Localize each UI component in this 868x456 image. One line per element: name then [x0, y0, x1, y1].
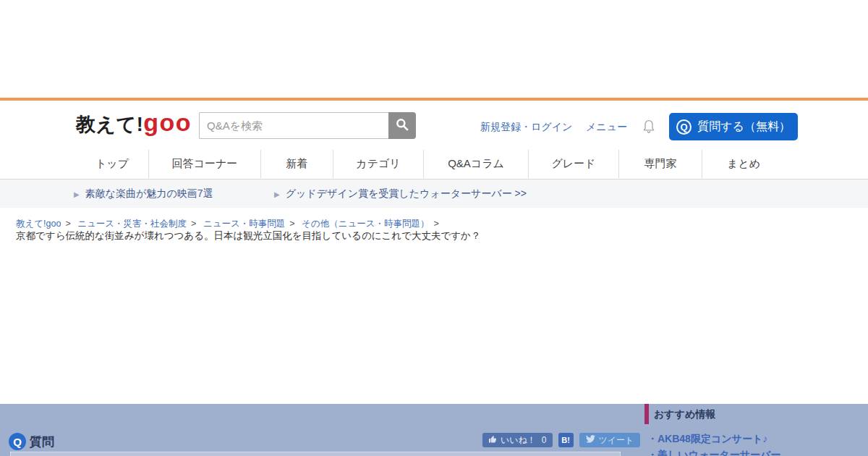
- sidebar-heading: おすすめ情報: [654, 408, 715, 421]
- q-circle-icon: Q: [676, 119, 692, 135]
- recommend-sidebar: おすすめ情報 ・AKB48限定コンサート♪ ・美しいウォーターサーバー: [644, 404, 861, 456]
- sidebar-link-water-server[interactable]: ・美しいウォーターサーバー: [647, 449, 780, 456]
- hatena-bookmark-button[interactable]: B!: [558, 433, 574, 447]
- signup-login-link[interactable]: 新規登録・ログイン: [480, 121, 572, 134]
- thumbs-up-icon: [488, 435, 497, 446]
- right-triangle-icon: ▶: [274, 190, 280, 198]
- search-button[interactable]: [388, 112, 416, 139]
- question-section: Q 質問 いいね！ 0 B!: [0, 404, 868, 456]
- tweet-label: ツイート: [599, 434, 634, 447]
- search-box: [199, 112, 416, 139]
- ask-question-button[interactable]: Q 質問する（無料）: [669, 113, 798, 140]
- twitter-bird-icon: [586, 435, 595, 445]
- menu-link[interactable]: メニュー: [586, 121, 627, 134]
- sidebar-accent-bar: [644, 404, 649, 424]
- like-count: 0: [542, 435, 547, 445]
- question-heading-label: 質問: [30, 434, 54, 450]
- ask-button-label: 質問する（無料）: [697, 119, 791, 135]
- social-buttons: いいね！ 0 B! ツイート: [482, 433, 640, 447]
- breadcrumb-separator: >: [289, 219, 294, 229]
- nav-item-grade[interactable]: グレード: [528, 150, 618, 178]
- q-badge-icon: Q: [9, 433, 26, 450]
- promo-link-label: 素敵な楽曲が魅力の映画7選: [85, 187, 213, 200]
- logo-text-goo: goo: [143, 109, 192, 136]
- nav-item-answer-corner[interactable]: 回答コーナー: [148, 150, 260, 178]
- nav-item-new[interactable]: 新着: [260, 150, 333, 178]
- question-heading: Q 質問: [9, 433, 54, 450]
- search-input[interactable]: [199, 112, 388, 139]
- logo-text-oshiete: 教えて!: [76, 114, 143, 135]
- nav-item-expert[interactable]: 専門家: [618, 150, 702, 178]
- page: 教えて!goo 新規登録・ログイン メニュー Q 質問: [0, 0, 868, 456]
- sidebar-link-akb48[interactable]: ・AKB48限定コンサート♪: [647, 433, 767, 446]
- question-title: 京都ですら伝統的な街並みが壊れつつある。日本は観光立国化を目指しているのにこれで…: [16, 229, 480, 242]
- breadcrumb-separator: >: [434, 219, 439, 229]
- hatena-label: B!: [561, 436, 570, 444]
- nav-item-qa-column[interactable]: Q&Aコラム: [423, 150, 528, 178]
- search-icon: [395, 117, 409, 134]
- site-logo[interactable]: 教えて!goo: [76, 109, 192, 138]
- breadcrumb-item-news-current[interactable]: ニュース・時事問題: [203, 219, 285, 229]
- nav-item-top[interactable]: トップ: [76, 150, 148, 178]
- tweet-button[interactable]: ツイート: [579, 433, 641, 447]
- breadcrumb-item-home[interactable]: 教えて!goo: [16, 219, 61, 229]
- promo-link-label: グッドデザイン賞を受賞したウォーターサーバー >>: [286, 187, 527, 200]
- promo-bar: ▶ 素敵な楽曲が魅力の映画7選 ▶ グッドデザイン賞を受賞したウォーターサーバー…: [0, 179, 868, 208]
- notification-bell-icon[interactable]: [642, 118, 656, 138]
- promo-link-movie[interactable]: ▶ 素敵な楽曲が魅力の映画7選: [74, 180, 213, 208]
- breadcrumb: 教えて!goo> ニュース・災害・社会制度> ニュース・時事問題> その他（ニュ…: [16, 218, 443, 230]
- like-label: いいね！: [501, 434, 536, 447]
- right-triangle-icon: ▶: [74, 190, 80, 198]
- nav-item-matome[interactable]: まとめ: [702, 150, 785, 178]
- breadcrumb-separator: >: [191, 219, 196, 229]
- breadcrumb-item-news-disaster[interactable]: ニュース・災害・社会制度: [77, 219, 187, 229]
- orange-divider: [0, 98, 868, 101]
- promo-link-water-server[interactable]: ▶ グッドデザイン賞を受賞したウォーターサーバー >>: [274, 180, 527, 208]
- breadcrumb-item-other[interactable]: その他（ニュース・時事問題）: [302, 219, 429, 229]
- question-content-box: [10, 452, 621, 456]
- breadcrumb-separator: >: [65, 219, 70, 229]
- facebook-like-button[interactable]: いいね！ 0: [482, 433, 553, 447]
- nav-item-category[interactable]: カテゴリ: [333, 150, 423, 178]
- main-nav: トップ 回答コーナー 新着 カテゴリ Q&Aコラム グレード 専門家 まとめ: [76, 150, 785, 178]
